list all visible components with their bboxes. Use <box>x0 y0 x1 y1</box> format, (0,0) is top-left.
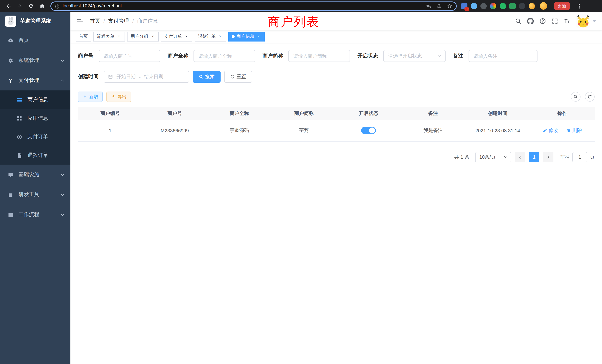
merchant-no-input[interactable] <box>99 50 160 62</box>
info-icon[interactable] <box>55 3 60 8</box>
tab-refund-order[interactable]: 退款订单 × <box>195 32 226 41</box>
page-number-button[interactable]: 1 <box>529 152 539 162</box>
extension-badge: 10 <box>464 7 469 11</box>
browser-profile-avatar[interactable] <box>540 2 547 10</box>
sidebar-item-devtools[interactable]: 研发工具 <box>0 185 70 205</box>
edit-link[interactable]: 修改 <box>543 127 558 134</box>
plus-icon <box>83 95 87 99</box>
hamburger-icon[interactable] <box>76 17 84 25</box>
help-icon[interactable] <box>539 18 546 24</box>
prev-page-button[interactable] <box>515 152 525 162</box>
user-menu[interactable] <box>576 14 596 28</box>
toggle-search-button[interactable] <box>571 92 580 102</box>
status-select[interactable]: 请选择开启状态 <box>383 50 446 62</box>
refresh-icon <box>230 75 235 79</box>
sidebar-item-refund-order[interactable]: 退款订单 <box>0 146 70 165</box>
update-button[interactable]: 更新 <box>554 2 570 10</box>
tab-home[interactable]: 首页 <box>76 32 91 41</box>
extension-icon-5[interactable] <box>500 3 506 9</box>
rabbit-logo-icon <box>5 16 16 27</box>
tab-merchant-info[interactable]: 商户信息 × <box>228 32 265 41</box>
extension-icon-4[interactable] <box>490 3 496 9</box>
chevron-down-icon <box>60 213 64 217</box>
add-button[interactable]: 新增 <box>78 92 103 102</box>
date-range-picker[interactable]: 开始日期 - 结束日期 <box>104 71 189 83</box>
close-icon[interactable]: × <box>116 34 122 39</box>
caret-down-icon <box>592 20 596 22</box>
cell-create-time: 2021-10-23 08:31:14 <box>465 120 530 141</box>
tab-label: 退款订单 <box>198 33 216 40</box>
search-button[interactable]: 搜索 <box>193 71 221 83</box>
sidebar-item-pay-order[interactable]: 支付订单 <box>0 128 70 146</box>
add-button-label: 新增 <box>89 94 98 100</box>
extension-icon-6[interactable] <box>509 3 516 9</box>
tab-label: 首页 <box>79 33 88 40</box>
avatar[interactable] <box>576 14 590 28</box>
delete-link[interactable]: 删除 <box>566 127 582 134</box>
breadcrumb-home[interactable]: 首页 <box>90 18 100 24</box>
sidebar-item-label: 支付管理 <box>19 77 39 84</box>
url-text[interactable]: localhost:1024/pay/merchant <box>63 3 122 9</box>
cell-actions: 修改 删除 <box>530 120 595 141</box>
remark-input[interactable] <box>469 50 538 62</box>
close-icon[interactable]: × <box>218 34 223 39</box>
tab-process-form[interactable]: 流程表单 × <box>93 32 125 41</box>
app-root: localhost:1024/pay/merchant 10 更新 <box>0 0 602 364</box>
close-icon[interactable]: × <box>150 34 155 39</box>
next-page-button[interactable] <box>543 152 553 162</box>
yen-icon: ¥ <box>7 77 13 83</box>
search-icon <box>573 95 578 99</box>
key-icon[interactable] <box>426 3 431 9</box>
sidebar-item-payment[interactable]: ¥ 支付管理 <box>0 70 70 90</box>
pagination: 共 1 条 10条/页 1 前往 页 <box>78 152 595 162</box>
filter-remark: 备注 <box>453 50 538 62</box>
sidebar-item-workflow[interactable]: 工作流程 <box>0 205 70 225</box>
arrow-left-icon <box>518 155 522 159</box>
close-icon[interactable]: × <box>256 34 261 39</box>
breadcrumb-payment[interactable]: 支付管理 <box>108 18 129 24</box>
close-icon[interactable]: × <box>184 34 189 39</box>
home-icon[interactable] <box>37 1 46 10</box>
full-name-input[interactable] <box>194 50 255 62</box>
bookmark-star-icon[interactable] <box>447 3 452 9</box>
font-size-icon[interactable] <box>564 18 570 24</box>
sidebar-item-label: 商户信息 <box>27 96 48 103</box>
back-icon[interactable] <box>4 1 13 10</box>
goto-page-input[interactable] <box>572 152 587 162</box>
field-label: 备注 <box>453 53 463 59</box>
short-name-input[interactable] <box>288 50 350 62</box>
sidebar-menu: 首页 系统管理 ¥ 支付管理 商户信息 <box>0 30 70 364</box>
page-size-select[interactable]: 10条/页 <box>475 152 511 162</box>
search-icon[interactable] <box>515 18 522 24</box>
sidebar-item-system[interactable]: 系统管理 <box>0 50 70 70</box>
extension-icon-8[interactable] <box>529 3 535 9</box>
forward-icon[interactable] <box>15 1 24 10</box>
sidebar-item-merchant-info[interactable]: 商户信息 <box>0 90 70 109</box>
refresh-table-button[interactable] <box>585 92 595 102</box>
chevron-down-icon <box>60 193 64 197</box>
sidebar-item-app-info[interactable]: 应用信息 <box>0 109 70 128</box>
reload-icon[interactable] <box>26 1 35 10</box>
extension-icon-7[interactable] <box>519 3 525 9</box>
share-icon[interactable] <box>437 3 442 9</box>
tags-view: 首页 流程表单 × 用户分组 × 支付订单 × 退款订单 × <box>70 30 602 43</box>
app-logo[interactable]: 芋道管理系统 <box>0 12 70 30</box>
sidebar-item-infra[interactable]: 基础设施 <box>0 165 70 185</box>
page-body: 芋道管理系统 首页 系统管理 ¥ 支付管理 <box>0 12 602 364</box>
breadcrumb-current: 商户信息 <box>137 18 158 24</box>
tab-user-group[interactable]: 用户分组 × <box>127 32 159 41</box>
address-bar[interactable]: localhost:1024/pay/merchant <box>50 1 457 11</box>
extension-icon-3[interactable] <box>480 3 487 9</box>
reset-button[interactable]: 重置 <box>224 71 252 83</box>
browser-menu-icon[interactable] <box>576 2 582 10</box>
refresh-icon <box>588 95 592 99</box>
extension-icon-2[interactable] <box>471 3 477 9</box>
status-toggle[interactable] <box>361 127 376 134</box>
fullscreen-icon[interactable] <box>552 18 558 24</box>
github-icon[interactable] <box>527 18 534 24</box>
tab-pay-order[interactable]: 支付订单 × <box>161 32 192 41</box>
sidebar-item-home[interactable]: 首页 <box>0 30 70 50</box>
extension-icon-1[interactable]: 10 <box>461 3 467 9</box>
export-button[interactable]: 导出 <box>106 92 131 102</box>
breadcrumb-separator: / <box>132 18 134 24</box>
